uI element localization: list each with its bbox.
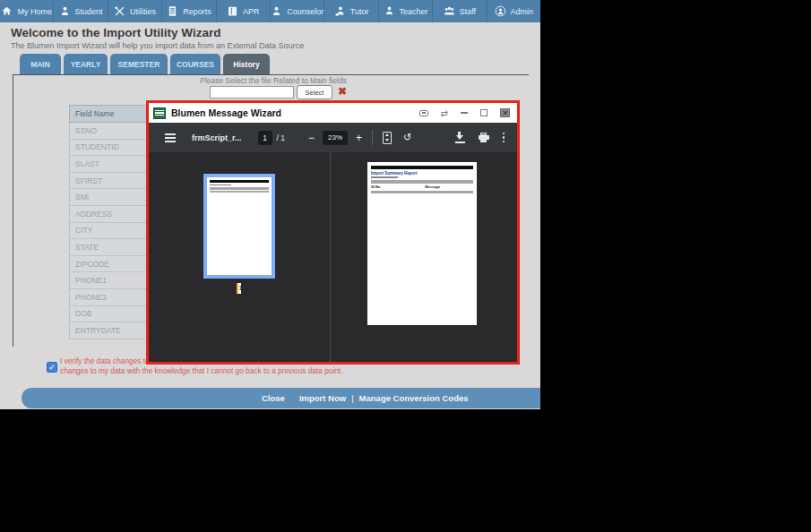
nav-label: Admin <box>511 7 534 16</box>
nav-label: Counselor <box>287 7 324 16</box>
nav-label: Teacher <box>400 7 428 16</box>
admin-icon <box>495 5 506 17</box>
student-icon <box>59 5 71 17</box>
bottom-action-bar: Close Import Now | Manage Conversion Cod… <box>22 388 540 408</box>
dialog-title: Blumen Message Wizard <box>171 107 281 118</box>
teacher-icon <box>384 5 395 17</box>
nav-label: Staff <box>460 7 476 16</box>
remove-file-icon[interactable]: ✖ <box>338 85 347 98</box>
page-title: Welcome to the Import Utility Wizard <box>11 26 220 39</box>
close-icon[interactable]: ✕ <box>500 108 510 117</box>
blumen-message-wizard-dialog: Blumen Message Wizard ⇄ ✕ frmScript_r...… <box>146 100 520 365</box>
download-icon[interactable] <box>455 132 465 143</box>
doc-col-slno: Sl.No <box>371 184 380 189</box>
zoom-in-button[interactable]: + <box>356 132 362 144</box>
pane-divider[interactable] <box>330 152 331 362</box>
page-subtitle: The Blumen Import Wizard will help you i… <box>11 41 304 50</box>
pdf-filename: frmScript_r... <box>192 133 242 142</box>
print-icon[interactable] <box>479 133 489 142</box>
zoom-out-button[interactable]: − <box>308 132 315 144</box>
import-now-button[interactable]: Import Now <box>299 393 346 403</box>
nav-item-tutor[interactable]: Tutor <box>324 0 377 22</box>
nav-item-teacher[interactable]: Teacher <box>378 0 432 22</box>
staff-icon <box>444 5 455 17</box>
rotate-icon[interactable]: ↺ <box>403 132 411 143</box>
counselor-icon <box>271 5 282 17</box>
page-total-label: / 1 <box>277 133 285 142</box>
nav-item-student[interactable]: Student <box>53 0 107 22</box>
page-thumbnail-selected[interactable] <box>203 174 275 279</box>
dock-icon[interactable] <box>419 110 428 116</box>
verify-line-2: changes to my data with the knowledge th… <box>60 366 535 376</box>
thumbnail-page-number: 1 <box>237 283 241 294</box>
tab-bar: MAIN YEARLY SEMESTER COURSES History <box>20 54 270 74</box>
top-nav: My Home Student Utilities Reports APR Co… <box>0 0 540 22</box>
doc-column-headers: Sl.No Message <box>371 184 473 189</box>
nav-item-utilities[interactable]: Utilities <box>108 0 161 22</box>
select-file-button[interactable]: Select <box>297 85 332 99</box>
file-select-instruction: Please Select the file Related to Main f… <box>143 76 403 85</box>
minimize-icon[interactable] <box>461 112 468 114</box>
pdf-toolbar: frmScript_r... 1 / 1 − 23% + ↺ <box>149 123 517 152</box>
doc-divider-bar <box>371 180 473 184</box>
menu-icon[interactable] <box>165 133 176 142</box>
refresh-icon[interactable]: ⇄ <box>441 108 448 118</box>
nav-label: Utilities <box>130 7 156 16</box>
tab-yearly[interactable]: YEARLY <box>64 54 108 74</box>
verify-checkbox[interactable]: ✓ <box>47 362 57 373</box>
tab-main[interactable]: MAIN <box>20 54 61 74</box>
nav-label: Student <box>75 7 103 16</box>
nav-item-staff[interactable]: Staff <box>432 0 486 22</box>
pdf-page[interactable]: Import Summary Report Sl.No Message <box>367 162 477 325</box>
doc-col-message: Message <box>425 184 440 189</box>
nav-item-reports[interactable]: Reports <box>161 0 215 22</box>
close-button[interactable]: Close <box>262 393 285 403</box>
dialog-titlebar[interactable]: Blumen Message Wizard ⇄ ✕ <box>149 103 517 123</box>
nav-label: Tutor <box>350 7 369 16</box>
toolbar-divider <box>372 130 373 145</box>
bar-separator: | <box>351 393 353 403</box>
pdf-viewer-area: 1 Import Summary Report Sl.No Message <box>149 152 517 362</box>
doc-title: Import Summary Report <box>371 171 473 176</box>
tab-courses[interactable]: COURSES <box>170 54 220 74</box>
tab-semester[interactable]: SEMESTER <box>110 54 168 74</box>
page-number-input[interactable]: 1 <box>258 131 272 145</box>
nav-label: My Home <box>17 7 52 16</box>
manage-conversion-codes-button[interactable]: Manage Conversion Codes <box>359 393 469 403</box>
reports-icon <box>167 5 178 17</box>
file-path-input[interactable] <box>210 86 294 99</box>
app-window: My Home Student Utilities Reports APR Co… <box>0 0 540 409</box>
spreadsheet-icon <box>153 107 166 119</box>
home-icon <box>1 5 13 17</box>
doc-meta-line <box>371 176 398 178</box>
maximize-icon[interactable] <box>480 109 487 116</box>
thumbnail-doc-preview <box>207 177 272 275</box>
utilities-icon <box>114 5 125 17</box>
fit-page-icon[interactable] <box>383 132 392 144</box>
doc-header-bar <box>371 166 473 169</box>
nav-label: APR <box>243 7 260 16</box>
nav-label: Reports <box>183 7 211 16</box>
nav-item-admin[interactable]: Admin <box>487 0 540 22</box>
nav-item-apr[interactable]: APR <box>216 0 270 22</box>
tutor-icon <box>334 5 346 17</box>
nav-item-counselor[interactable]: Counselor <box>270 0 324 22</box>
more-options-icon[interactable] <box>503 133 505 143</box>
window-controls: ⇄ ✕ <box>419 108 510 118</box>
apr-icon <box>227 5 238 17</box>
nav-item-my-home[interactable]: My Home <box>0 0 53 22</box>
tab-history[interactable]: History <box>223 54 270 74</box>
zoom-level-value: 23% <box>323 131 348 145</box>
doc-divider-bar-2 <box>371 191 473 193</box>
